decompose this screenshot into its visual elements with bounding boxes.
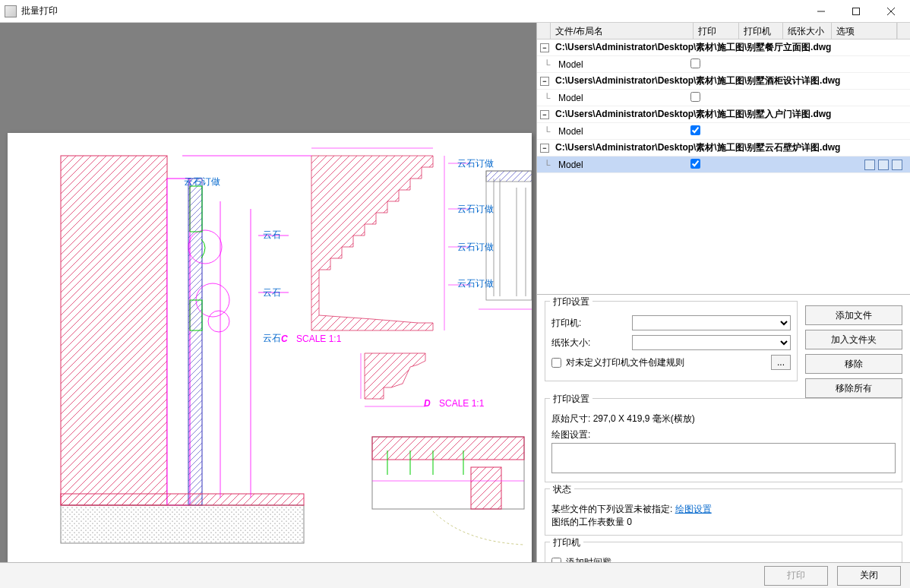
drawing-preview: C SCALE 1:1 D SCALE 1:1 <box>8 133 532 562</box>
close-button[interactable] <box>874 1 908 22</box>
print-checkbox[interactable] <box>690 125 700 135</box>
section-label-d: D <box>424 398 431 409</box>
status-group: 状态 某些文件的下列设置未被指定: 绘图设置 图纸的工作表数量 0 <box>545 488 902 536</box>
expand-icon[interactable]: − <box>540 77 549 86</box>
svg-rect-8 <box>188 179 202 505</box>
print-checkbox[interactable] <box>690 58 700 68</box>
plot-settings-textarea[interactable] <box>551 443 896 473</box>
svg-rect-6 <box>61 156 167 505</box>
printer-legend: 打印机 <box>550 536 583 549</box>
status-line2: 图纸的工作表数量 0 <box>551 516 896 529</box>
remove-button[interactable]: 移除 <box>805 354 902 374</box>
print-settings-group: 打印设置 打印机: 纸张大小: 对未定义打印机文件创建规则 ... <box>545 301 798 381</box>
svg-text:云石订做: 云石订做 <box>457 204 494 214</box>
file-path-row[interactable]: −C:\Users\Administrator\Desktop\素材\施工图\别… <box>537 73 910 90</box>
col-options[interactable]: 选项 <box>832 23 897 39</box>
col-print[interactable]: 打印 <box>694 23 739 39</box>
status-legend: 状态 <box>550 483 574 496</box>
file-path-row[interactable]: −C:\Users\Administrator\Desktop\素材\施工图\别… <box>537 140 910 156</box>
row-icon-1[interactable] <box>864 160 875 170</box>
svg-point-16 <box>208 311 229 332</box>
title-bar: 批量打印 <box>0 0 910 23</box>
model-row[interactable]: └Model <box>537 90 910 106</box>
svg-text:云石订做: 云石订做 <box>457 242 494 252</box>
preview-pane: C SCALE 1:1 D SCALE 1:1 <box>0 23 536 562</box>
maximize-button[interactable] <box>839 1 874 22</box>
model-row[interactable]: └Model <box>537 123 910 140</box>
status-line1: 某些文件的下列设置未被指定: 绘图设置 <box>551 503 896 516</box>
svg-text:云石: 云石 <box>263 287 281 298</box>
svg-rect-34 <box>486 171 532 182</box>
print-checkbox[interactable] <box>690 92 700 102</box>
file-button-column: 添加文件 加入文件夹 移除 移除所有 <box>805 301 902 398</box>
col-paper[interactable]: 纸张大小 <box>783 23 832 39</box>
expand-icon[interactable]: − <box>540 144 549 153</box>
col-file[interactable]: 文件/布局名 <box>551 23 694 39</box>
file-path: C:\Users\Administrator\Desktop\素材\施工图\别墅… <box>554 108 907 121</box>
svg-text:云石订做: 云石订做 <box>184 176 220 187</box>
model-name: Model <box>557 160 690 170</box>
print-button[interactable]: 打印 <box>764 566 828 586</box>
model-name: Model <box>557 59 690 70</box>
printer-group: 打印机 添加时间戳 <box>545 542 902 562</box>
rule-more-button[interactable]: ... <box>771 355 791 370</box>
remove-all-button[interactable]: 移除所有 <box>805 378 902 398</box>
svg-rect-42 <box>471 467 501 509</box>
model-row[interactable]: └Model <box>537 56 910 73</box>
expand-icon[interactable]: − <box>540 110 549 119</box>
file-path: C:\Users\Administrator\Desktop\素材\施工图\别墅… <box>554 141 907 154</box>
close-dialog-button[interactable]: 关闭 <box>837 566 901 586</box>
minimize-button[interactable] <box>804 1 839 22</box>
app-icon <box>5 5 17 17</box>
window-controls <box>804 1 908 22</box>
add-folder-button[interactable]: 加入文件夹 <box>805 330 902 349</box>
file-path-row[interactable]: −C:\Users\Administrator\Desktop\素材\施工图\别… <box>537 40 910 56</box>
file-path: C:\Users\Administrator\Desktop\素材\施工图\别墅… <box>554 74 907 87</box>
plot-settings-link[interactable]: 绘图设置 <box>675 504 712 514</box>
model-row[interactable]: └Model <box>537 156 910 173</box>
svg-text:云石: 云石 <box>263 229 281 240</box>
paper-select[interactable] <box>632 335 791 350</box>
section-label-c: C <box>281 334 288 344</box>
print-info-group: 打印设置 原始尺寸: 297,0 X 419,9 毫米(横放) 绘图设置: <box>545 398 902 482</box>
tree-branch-icon: └ <box>540 59 554 70</box>
add-file-button[interactable]: 添加文件 <box>805 305 902 325</box>
file-list-rows[interactable]: −C:\Users\Administrator\Desktop\素材\施工图\别… <box>537 40 910 294</box>
row-icon-3[interactable] <box>892 160 902 170</box>
section-scale-d: SCALE 1:1 <box>439 398 485 409</box>
row-icon-2[interactable] <box>878 160 889 170</box>
tree-branch-icon: └ <box>540 93 554 103</box>
timestamp-checkbox-label: 添加时间戳 <box>566 556 611 562</box>
svg-rect-1 <box>853 8 860 14</box>
col-printer[interactable]: 打印机 <box>739 23 783 39</box>
paper-label: 纸张大小: <box>551 337 627 349</box>
svg-text:云石订做: 云石订做 <box>457 278 494 289</box>
expand-icon[interactable]: − <box>540 43 549 52</box>
rule-checkbox-label: 对未定义打印机文件创建规则 <box>566 356 766 369</box>
rule-checkbox[interactable] <box>551 358 561 368</box>
svg-text:云石订做: 云石订做 <box>457 158 494 169</box>
file-path-row[interactable]: −C:\Users\Administrator\Desktop\素材\施工图\别… <box>537 106 910 123</box>
printer-select[interactable] <box>632 315 791 330</box>
settings-panel: 打印设置 打印机: 纸张大小: 对未定义打印机文件创建规则 ... <box>537 295 910 562</box>
svg-rect-10 <box>61 494 304 505</box>
printer-label: 打印机: <box>551 317 627 330</box>
model-name: Model <box>557 93 690 103</box>
row-action-icons <box>864 160 902 170</box>
tree-branch-icon: └ <box>540 160 554 170</box>
print-checkbox[interactable] <box>690 159 700 169</box>
timestamp-checkbox[interactable] <box>551 558 561 562</box>
print-info-legend: 打印设置 <box>550 393 592 406</box>
svg-rect-37 <box>372 437 524 460</box>
bottom-bar: 打印 关闭 <box>0 562 910 588</box>
tree-branch-icon: └ <box>540 126 554 137</box>
svg-rect-9 <box>61 505 304 543</box>
window-title: 批量打印 <box>21 5 804 17</box>
orig-size-text: 原始尺寸: 297,0 X 419,9 毫米(横放) <box>551 413 896 425</box>
svg-text:云石: 云石 <box>263 333 281 343</box>
file-list-header: 文件/布局名 打印 打印机 纸张大小 选项 <box>537 23 910 40</box>
file-path: C:\Users\Administrator\Desktop\素材\施工图\别墅… <box>554 41 907 54</box>
svg-rect-7 <box>167 179 190 505</box>
file-list: 文件/布局名 打印 打印机 纸张大小 选项 −C:\Users\Administ… <box>537 23 910 295</box>
model-name: Model <box>557 126 690 137</box>
